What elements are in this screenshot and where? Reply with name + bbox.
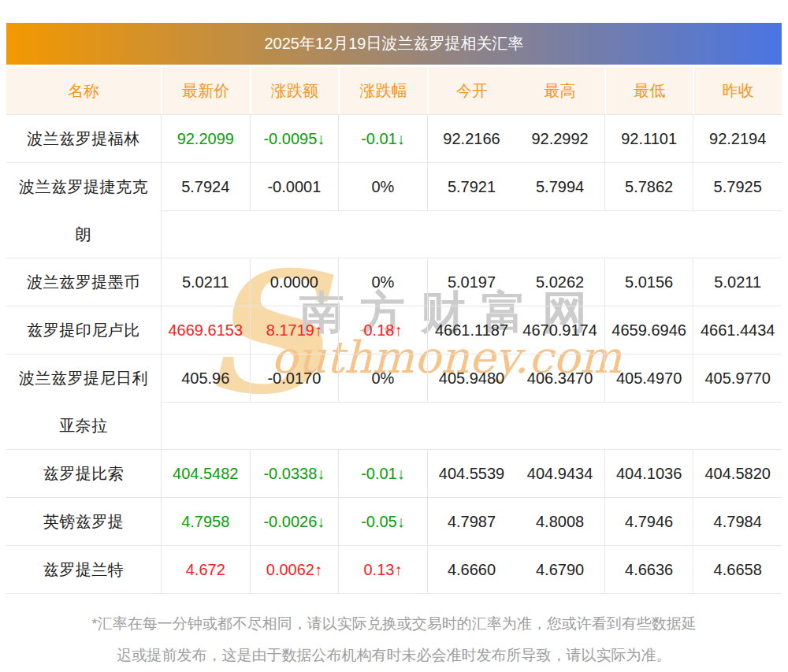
change-amount-cell: -0.0001 xyxy=(250,163,339,210)
change-percent-cell: 0% xyxy=(338,355,427,402)
latest-price-cell: 92.2099 xyxy=(161,115,250,162)
high-cell: 4670.9174 xyxy=(515,306,604,354)
change-percent-cell: -0.01↓ xyxy=(338,450,427,497)
name-cell: 兹罗提兰特 xyxy=(6,546,161,593)
change-amount-cell: 8.1719↑ xyxy=(250,306,339,354)
column-header-change-amount: 涨跌额 xyxy=(250,67,339,114)
table-body: 波兰兹罗提福林92.2099-0.0095↓-0.01↓92.216692.29… xyxy=(6,114,782,593)
low-cell: 92.1101 xyxy=(604,115,693,162)
change-amount-cell: -0.0095↓ xyxy=(250,115,339,162)
empty-spacer-cell xyxy=(161,210,782,258)
table-row: 波兰兹罗提尼日利亚奈拉405.96-0.01700%405.9480406.34… xyxy=(6,354,782,449)
low-cell: 404.1036 xyxy=(604,450,693,497)
table-row: 波兰兹罗提墨币5.02110.00000%5.01975.02625.01565… xyxy=(6,258,782,306)
table-row: 兹罗提兰特4.6720.0062↑0.13↑4.66604.67904.6636… xyxy=(6,545,782,593)
open-cell: 5.0197 xyxy=(427,258,516,306)
column-header-open: 今开 xyxy=(427,67,516,114)
prev-close-cell: 4.7984 xyxy=(693,498,782,545)
name-cell: 兹罗提比索 xyxy=(6,450,161,497)
prev-close-cell: 4.6658 xyxy=(693,546,782,593)
change-percent-cell: 0.13↑ xyxy=(338,546,427,593)
prev-close-cell: 4661.4434 xyxy=(693,306,782,354)
change-amount-cell: 0.0062↑ xyxy=(250,546,339,593)
name-cell: 英镑兹罗提 xyxy=(6,498,161,545)
low-cell: 5.7862 xyxy=(604,163,693,210)
column-header-name: 名称 xyxy=(6,67,161,114)
high-cell: 5.0262 xyxy=(515,258,604,306)
high-cell: 5.7994 xyxy=(515,163,604,210)
prev-close-cell: 5.7925 xyxy=(693,163,782,210)
table-row: 兹罗提印尼卢比4669.61538.1719↑0.18↑4661.1187467… xyxy=(6,306,782,354)
high-cell: 92.2992 xyxy=(515,115,604,162)
low-cell: 5.0156 xyxy=(604,258,693,306)
exchange-rate-table: 名称最新价涨跌额涨跌幅今开最高最低昨收 波兰兹罗提福林92.2099-0.009… xyxy=(6,67,782,594)
open-cell: 405.9480 xyxy=(427,355,516,402)
latest-price-cell: 4.672 xyxy=(161,546,250,593)
name-cell: 波兰兹罗提尼日利亚奈拉 xyxy=(6,355,161,449)
table-title-bar: 2025年12月19日波兰兹罗提相关汇率 xyxy=(6,23,782,65)
change-amount-cell: -0.0026↓ xyxy=(250,498,339,545)
change-amount-cell: -0.0338↓ xyxy=(250,450,339,497)
high-cell: 4.6790 xyxy=(515,546,604,593)
low-cell: 4.6636 xyxy=(604,546,693,593)
page-title: 2025年12月19日波兰兹罗提相关汇率 xyxy=(265,33,524,54)
open-cell: 404.5539 xyxy=(427,450,516,497)
latest-price-cell: 5.0211 xyxy=(161,258,250,306)
high-cell: 4.8008 xyxy=(515,498,604,545)
exchange-rate-page: S 南方财富网 outhmoney.com 2025年12月19日波兰兹罗提相关… xyxy=(6,23,782,594)
low-cell: 4.7946 xyxy=(604,498,693,545)
change-percent-cell: 0.18↑ xyxy=(338,306,427,354)
change-amount-cell: -0.0170 xyxy=(250,355,339,402)
open-cell: 4.7987 xyxy=(427,498,516,545)
prev-close-cell: 404.5820 xyxy=(693,450,782,497)
name-cell: 波兰兹罗提捷克克朗 xyxy=(6,163,161,258)
name-cell: 兹罗提印尼卢比 xyxy=(6,306,161,354)
open-cell: 4.6660 xyxy=(427,546,516,593)
name-cell: 波兰兹罗提墨币 xyxy=(6,258,161,306)
table-row: 波兰兹罗提福林92.2099-0.0095↓-0.01↓92.216692.29… xyxy=(6,114,782,162)
open-cell: 5.7921 xyxy=(427,163,516,210)
column-header-prev-close: 昨收 xyxy=(693,67,782,114)
table-row: 波兰兹罗提捷克克朗5.7924-0.00010%5.79215.79945.78… xyxy=(6,162,782,258)
column-header-change-percent: 涨跌幅 xyxy=(338,67,427,114)
low-cell: 405.4970 xyxy=(604,355,693,402)
change-percent-cell: -0.05↓ xyxy=(338,498,427,545)
high-cell: 406.3470 xyxy=(515,355,604,402)
prev-close-cell: 405.9770 xyxy=(693,355,782,402)
prev-close-cell: 5.0211 xyxy=(693,258,782,306)
high-cell: 404.9434 xyxy=(515,450,604,497)
empty-spacer-cell xyxy=(161,402,782,449)
column-header-high: 最高 xyxy=(515,67,604,114)
disclaimer-text: *汇率在每一分钟或都不尽相同，请以实际兑换或交易时的汇率为准，您或许看到有些数据… xyxy=(86,608,702,671)
column-header-latest-price: 最新价 xyxy=(161,67,250,114)
open-cell: 92.2166 xyxy=(427,115,516,162)
change-percent-cell: 0% xyxy=(338,258,427,306)
change-amount-cell: 0.0000 xyxy=(250,258,339,306)
latest-price-cell: 405.96 xyxy=(161,355,250,402)
latest-price-cell: 5.7924 xyxy=(161,163,250,210)
latest-price-cell: 4669.6153 xyxy=(161,306,250,354)
change-percent-cell: -0.01↓ xyxy=(338,115,427,162)
change-percent-cell: 0% xyxy=(338,163,427,210)
table-header-row: 名称最新价涨跌额涨跌幅今开最高最低昨收 xyxy=(6,67,782,114)
table-row: 兹罗提比索404.5482-0.0338↓-0.01↓404.5539404.9… xyxy=(6,449,782,497)
latest-price-cell: 4.7958 xyxy=(161,498,250,545)
name-cell: 波兰兹罗提福林 xyxy=(6,115,161,162)
low-cell: 4659.6946 xyxy=(604,306,693,354)
column-header-low: 最低 xyxy=(604,67,693,114)
prev-close-cell: 92.2194 xyxy=(693,115,782,162)
table-row: 英镑兹罗提4.7958-0.0026↓-0.05↓4.79874.80084.7… xyxy=(6,497,782,545)
latest-price-cell: 404.5482 xyxy=(161,450,250,497)
open-cell: 4661.1187 xyxy=(427,306,516,354)
